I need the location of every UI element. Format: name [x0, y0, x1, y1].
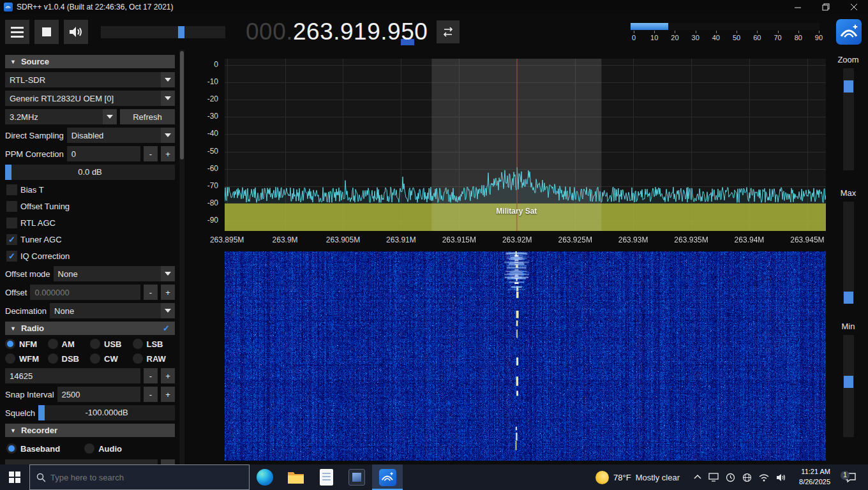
offset-input[interactable]: 0.000000	[30, 285, 140, 300]
checkbox-row-bias-t[interactable]: Bias T	[5, 183, 175, 197]
weather-widget[interactable]: 78°F Mostly clear	[588, 471, 687, 484]
snap-interval-input[interactable]: 2500	[57, 387, 140, 402]
waterfall-canvas[interactable]	[225, 251, 826, 461]
frequency-digits[interactable]: 263.919.9	[293, 19, 401, 45]
checkbox-row-tuner-agc[interactable]: Tuner AGC	[5, 233, 175, 246]
radio-enabled-check-icon[interactable]: ✓	[163, 323, 170, 333]
direct-sampling-combo[interactable]: Disabled	[67, 128, 175, 143]
tuning-mode-button[interactable]	[437, 20, 460, 43]
radio-button[interactable]	[48, 339, 58, 349]
monitor-icon[interactable]	[708, 473, 719, 482]
sidebar-scrollbar-thumb[interactable]	[180, 51, 184, 160]
mute-button[interactable]	[64, 20, 88, 44]
recording-path-input[interactable]: %ROOT%/recordings	[5, 459, 158, 464]
stop-button[interactable]	[34, 20, 59, 44]
snap-decrement-button[interactable]: -	[144, 387, 158, 402]
offset-decrement-button[interactable]: -	[144, 285, 158, 300]
clock-icon[interactable]	[726, 473, 735, 482]
radio-button[interactable]	[48, 353, 58, 364]
chevron-up-icon[interactable]	[694, 475, 701, 480]
ppm-increment-button[interactable]: +	[161, 146, 175, 161]
section-header-recorder[interactable]: ▼ Recorder	[5, 424, 175, 437]
start-button[interactable]	[0, 464, 29, 490]
gain-slider[interactable]: 0.0 dB	[5, 165, 175, 180]
tuner-agc-checkbox[interactable]	[6, 234, 17, 245]
fft-plot[interactable]: Military Sat	[225, 59, 826, 231]
rtl-agc-checkbox[interactable]	[6, 218, 17, 228]
zoom-slider-handle[interactable]	[844, 80, 853, 93]
radio-button[interactable]	[84, 443, 94, 454]
edge-icon[interactable]	[250, 464, 280, 490]
search-input[interactable]	[50, 473, 243, 482]
radio-button[interactable]	[133, 339, 143, 349]
radio-button[interactable]	[90, 353, 100, 364]
pinned-app-2-icon[interactable]	[341, 464, 372, 490]
bandwidth-input[interactable]: 14625	[5, 368, 140, 383]
file-explorer-icon[interactable]	[280, 464, 311, 490]
mode-am[interactable]: AM	[48, 339, 91, 349]
volume-slider-handle[interactable]	[178, 26, 184, 38]
bias-t-checkbox[interactable]	[6, 184, 17, 195]
max-slider-handle[interactable]	[844, 292, 853, 304]
restore-button[interactable]	[812, 0, 840, 14]
min-slider[interactable]	[843, 335, 854, 437]
checkbox-row-offset-tuning[interactable]: Offset Tuning	[5, 200, 175, 213]
radio-button[interactable]	[6, 443, 17, 454]
volume-slider[interactable]	[101, 26, 225, 38]
pinned-app-1-icon[interactable]	[311, 464, 341, 490]
waterfall-panel[interactable]	[225, 251, 826, 461]
browse-path-button[interactable]: ...	[161, 459, 175, 464]
radio-button[interactable]	[90, 339, 100, 349]
snap-increment-button[interactable]: +	[161, 387, 175, 402]
decimation-combo[interactable]: None	[50, 303, 175, 318]
rtlsdr-device-combo[interactable]: Generic RTL2832U OEM [0]	[5, 91, 175, 106]
frequency-digits-tail[interactable]: 0	[414, 19, 428, 45]
offset-increment-button[interactable]: +	[161, 285, 175, 300]
frequency-digits-dim[interactable]: 000.	[246, 19, 293, 45]
sdrpp-taskbar-icon[interactable]	[372, 464, 403, 490]
volume-icon[interactable]	[776, 473, 786, 482]
sidebar-scrollbar[interactable]	[179, 50, 184, 464]
radio-button[interactable]	[133, 353, 143, 364]
action-center-button[interactable]: 1	[837, 472, 865, 483]
network-icon[interactable]	[759, 473, 769, 482]
radio-button[interactable]	[5, 339, 15, 349]
squelch-slider[interactable]: -100.000dB	[38, 405, 175, 420]
minimize-button[interactable]	[784, 0, 812, 14]
mode-wfm[interactable]: WFM	[5, 353, 48, 364]
globe-icon[interactable]	[742, 473, 752, 482]
menu-button[interactable]	[5, 20, 29, 44]
source-device-combo[interactable]: RTL-SDR	[5, 72, 175, 87]
ppm-correction-input[interactable]: 0	[67, 146, 140, 161]
mode-cw[interactable]: CW	[90, 353, 133, 364]
frequency-digit-selected[interactable]: 5	[401, 19, 414, 45]
zoom-slider[interactable]	[843, 68, 854, 170]
taskbar-search[interactable]	[29, 464, 250, 490]
section-header-source[interactable]: ▼ Source	[5, 55, 175, 68]
mode-dsb[interactable]: DSB	[48, 353, 91, 364]
checkbox-row-rtl-agc[interactable]: RTL AGC	[5, 216, 175, 230]
refresh-button[interactable]: Refresh	[120, 109, 175, 124]
radio-button[interactable]	[5, 353, 15, 364]
offset-tuning-checkbox[interactable]	[6, 201, 17, 212]
bandwidth-increment-button[interactable]: +	[161, 368, 175, 383]
mode-nfm[interactable]: NFM	[5, 339, 48, 349]
mode-baseband[interactable]: Baseband	[6, 443, 60, 454]
fft-spectrum-canvas[interactable]	[225, 59, 826, 231]
ppm-decrement-button[interactable]: -	[144, 146, 158, 161]
samplerate-combo[interactable]: 3.2MHz	[5, 109, 117, 124]
close-button[interactable]	[840, 0, 868, 14]
mode-raw[interactable]: RAW	[133, 353, 176, 364]
iq-correction-checkbox[interactable]	[6, 251, 17, 262]
taskbar-clock[interactable]: 11:21 AM 8/26/2025	[793, 467, 837, 487]
mode-audio[interactable]: Audio	[84, 443, 122, 454]
offset-mode-combo[interactable]: None	[54, 266, 175, 281]
checkbox-row-iq-correction[interactable]: IQ Correction	[5, 249, 175, 263]
max-slider[interactable]	[843, 202, 854, 304]
min-slider-handle[interactable]	[844, 376, 853, 388]
frequency-display[interactable]: 000.263.919.950	[246, 19, 428, 45]
section-header-radio[interactable]: ▼ Radio ✓	[5, 322, 175, 335]
mode-lsb[interactable]: LSB	[133, 339, 176, 349]
mode-usb[interactable]: USB	[90, 339, 133, 349]
bandwidth-decrement-button[interactable]: -	[144, 368, 158, 383]
